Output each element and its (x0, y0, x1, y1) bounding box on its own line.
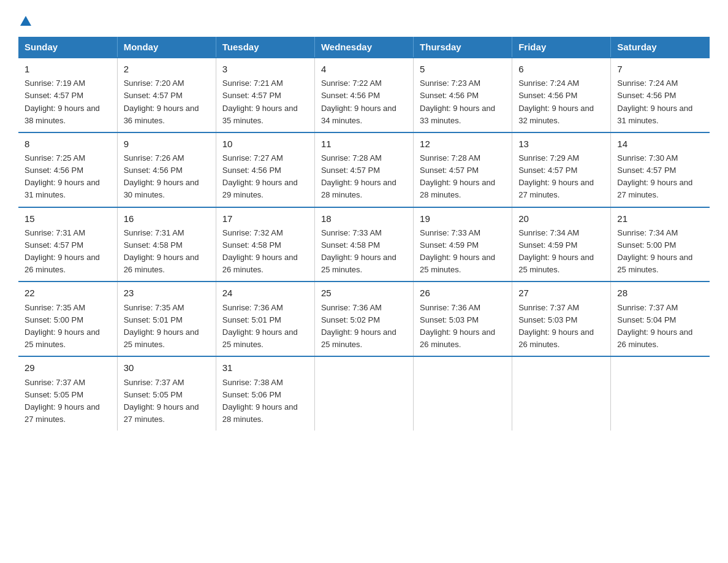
calendar-day-cell: 24 Sunrise: 7:36 AM Sunset: 5:01 PM Dayl… (216, 282, 314, 356)
day-daylight: Daylight: 9 hours and 26 minutes. (222, 253, 298, 274)
logo-triangle-icon (19, 15, 32, 28)
day-number: 3 (222, 62, 308, 76)
calendar-day-cell: 28 Sunrise: 7:37 AM Sunset: 5:04 PM Dayl… (611, 282, 710, 356)
day-number: 24 (222, 286, 308, 300)
calendar-day-cell: 18 Sunrise: 7:33 AM Sunset: 4:58 PM Dayl… (314, 207, 413, 282)
day-sunset: Sunset: 5:05 PM (124, 390, 183, 399)
day-daylight: Daylight: 9 hours and 27 minutes. (25, 402, 100, 424)
calendar-day-cell: 13 Sunrise: 7:29 AM Sunset: 4:57 PM Dayl… (512, 132, 611, 207)
day-daylight: Daylight: 9 hours and 27 minutes. (617, 178, 692, 199)
calendar-day-cell: 9 Sunrise: 7:26 AM Sunset: 4:56 PM Dayli… (117, 132, 216, 207)
day-sunrise: Sunrise: 7:35 AM (25, 303, 85, 312)
day-sunrise: Sunrise: 7:19 AM (25, 79, 85, 88)
calendar-day-cell: 27 Sunrise: 7:37 AM Sunset: 5:03 PM Dayl… (512, 282, 611, 356)
day-daylight: Daylight: 9 hours and 25 minutes. (321, 327, 396, 349)
day-sunrise: Sunrise: 7:37 AM (124, 378, 184, 387)
day-sunset: Sunset: 5:06 PM (222, 390, 281, 399)
day-daylight: Daylight: 9 hours and 34 minutes. (321, 104, 396, 125)
day-daylight: Daylight: 9 hours and 26 minutes. (124, 253, 199, 274)
weekday-header-tuesday: Tuesday (216, 37, 314, 58)
day-sunrise: Sunrise: 7:36 AM (321, 303, 382, 312)
day-sunset: Sunset: 5:00 PM (25, 315, 83, 324)
day-sunrise: Sunrise: 7:37 AM (518, 303, 579, 312)
day-sunrise: Sunrise: 7:37 AM (617, 303, 678, 312)
day-sunset: Sunset: 4:56 PM (420, 91, 479, 100)
weekday-header-wednesday: Wednesday (314, 37, 413, 58)
day-sunrise: Sunrise: 7:38 AM (222, 378, 283, 387)
day-sunset: Sunset: 4:57 PM (321, 166, 380, 175)
day-sunset: Sunset: 4:57 PM (124, 91, 183, 100)
day-number: 5 (420, 62, 506, 76)
calendar-day-cell: 19 Sunrise: 7:33 AM Sunset: 4:59 PM Dayl… (414, 207, 512, 282)
day-daylight: Daylight: 9 hours and 28 minutes. (321, 178, 396, 199)
day-daylight: Daylight: 9 hours and 30 minutes. (124, 178, 199, 199)
day-number: 23 (124, 286, 210, 300)
day-sunrise: Sunrise: 7:24 AM (617, 79, 678, 88)
weekday-header-monday: Monday (117, 37, 216, 58)
day-daylight: Daylight: 9 hours and 33 minutes. (420, 104, 495, 125)
calendar-week-row: 8 Sunrise: 7:25 AM Sunset: 4:56 PM Dayli… (18, 132, 710, 207)
calendar-empty-cell (314, 356, 413, 431)
day-daylight: Daylight: 9 hours and 28 minutes. (222, 402, 298, 424)
day-daylight: Daylight: 9 hours and 36 minutes. (124, 104, 199, 125)
day-number: 29 (25, 361, 111, 375)
day-number: 15 (25, 212, 111, 226)
day-sunset: Sunset: 5:03 PM (420, 315, 479, 324)
day-daylight: Daylight: 9 hours and 29 minutes. (222, 178, 298, 199)
calendar-table: SundayMondayTuesdayWednesdayThursdayFrid… (18, 37, 710, 431)
calendar-day-cell: 2 Sunrise: 7:20 AM Sunset: 4:57 PM Dayli… (117, 58, 216, 132)
day-number: 2 (124, 62, 210, 76)
day-number: 8 (25, 137, 111, 151)
calendar-day-cell: 4 Sunrise: 7:22 AM Sunset: 4:56 PM Dayli… (314, 58, 413, 132)
calendar-day-cell: 10 Sunrise: 7:27 AM Sunset: 4:56 PM Dayl… (216, 132, 314, 207)
day-sunrise: Sunrise: 7:32 AM (222, 228, 283, 237)
calendar-day-cell: 5 Sunrise: 7:23 AM Sunset: 4:56 PM Dayli… (414, 58, 512, 132)
day-sunrise: Sunrise: 7:34 AM (518, 228, 579, 237)
day-sunrise: Sunrise: 7:26 AM (124, 153, 184, 163)
calendar-day-cell: 1 Sunrise: 7:19 AM Sunset: 4:57 PM Dayli… (18, 58, 117, 132)
day-sunset: Sunset: 4:58 PM (222, 240, 281, 250)
day-daylight: Daylight: 9 hours and 26 minutes. (25, 253, 100, 274)
day-number: 18 (321, 212, 407, 226)
calendar-day-cell: 16 Sunrise: 7:31 AM Sunset: 4:58 PM Dayl… (117, 207, 216, 282)
calendar-week-row: 29 Sunrise: 7:37 AM Sunset: 5:05 PM Dayl… (18, 356, 710, 431)
calendar-day-cell: 30 Sunrise: 7:37 AM Sunset: 5:05 PM Dayl… (117, 356, 216, 431)
day-number: 16 (124, 212, 210, 226)
day-sunrise: Sunrise: 7:21 AM (222, 79, 283, 88)
day-daylight: Daylight: 9 hours and 25 minutes. (518, 253, 594, 274)
calendar-day-cell: 17 Sunrise: 7:32 AM Sunset: 4:58 PM Dayl… (216, 207, 314, 282)
page-header (18, 12, 710, 29)
day-daylight: Daylight: 9 hours and 32 minutes. (518, 104, 594, 125)
day-sunrise: Sunrise: 7:27 AM (222, 153, 283, 163)
day-sunrise: Sunrise: 7:28 AM (321, 153, 382, 163)
calendar-day-cell: 21 Sunrise: 7:34 AM Sunset: 5:00 PM Dayl… (611, 207, 710, 282)
calendar-day-cell: 12 Sunrise: 7:28 AM Sunset: 4:57 PM Dayl… (414, 132, 512, 207)
day-sunrise: Sunrise: 7:31 AM (25, 228, 85, 237)
day-number: 9 (124, 137, 210, 151)
day-number: 13 (518, 137, 604, 151)
day-daylight: Daylight: 9 hours and 27 minutes. (124, 402, 199, 424)
day-number: 7 (617, 62, 703, 76)
day-sunset: Sunset: 4:59 PM (420, 240, 479, 250)
day-sunrise: Sunrise: 7:20 AM (124, 79, 184, 88)
day-sunset: Sunset: 5:01 PM (222, 315, 281, 324)
day-sunset: Sunset: 5:01 PM (124, 315, 183, 324)
day-number: 12 (420, 137, 506, 151)
day-daylight: Daylight: 9 hours and 25 minutes. (25, 327, 100, 349)
day-sunrise: Sunrise: 7:22 AM (321, 79, 382, 88)
day-sunrise: Sunrise: 7:35 AM (124, 303, 184, 312)
day-sunset: Sunset: 5:03 PM (518, 315, 577, 324)
day-daylight: Daylight: 9 hours and 27 minutes. (518, 178, 594, 199)
day-sunset: Sunset: 4:57 PM (222, 91, 281, 100)
day-sunset: Sunset: 5:05 PM (25, 390, 83, 399)
day-number: 27 (518, 286, 604, 300)
day-number: 4 (321, 62, 407, 76)
day-sunrise: Sunrise: 7:23 AM (420, 79, 480, 88)
day-number: 31 (222, 361, 308, 375)
day-daylight: Daylight: 9 hours and 25 minutes. (222, 327, 298, 349)
day-number: 10 (222, 137, 308, 151)
day-number: 1 (25, 62, 111, 76)
day-sunset: Sunset: 4:56 PM (25, 166, 83, 175)
day-daylight: Daylight: 9 hours and 35 minutes. (222, 104, 298, 125)
day-sunrise: Sunrise: 7:37 AM (25, 378, 85, 387)
